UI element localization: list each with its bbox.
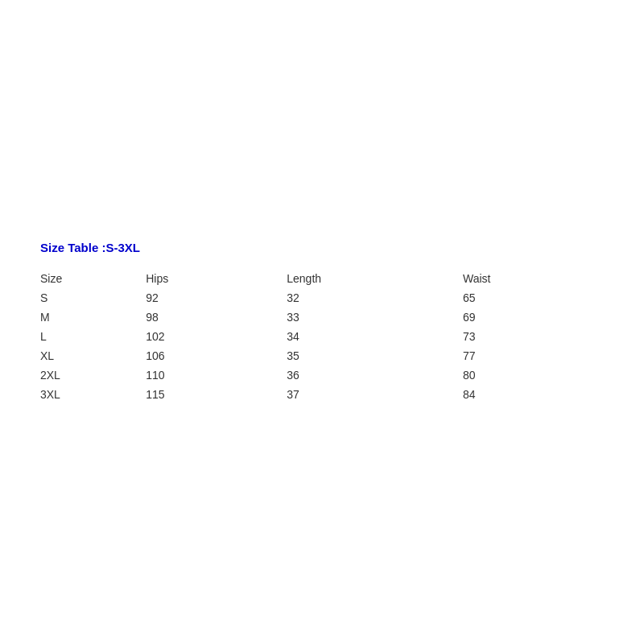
cell-waist-1: 69 — [463, 308, 604, 327]
cell-hips-0: 92 — [146, 288, 287, 308]
cell-hips-2: 102 — [146, 327, 287, 346]
cell-hips-4: 110 — [146, 365, 287, 385]
table-row: S923265 — [40, 288, 604, 308]
cell-length-5: 37 — [287, 385, 463, 404]
cell-length-3: 35 — [287, 346, 463, 365]
cell-size-3: XL — [40, 346, 146, 365]
cell-waist-4: 80 — [463, 365, 604, 385]
header-size: Size — [40, 269, 146, 288]
table-title: Size Table :S-3XL — [40, 241, 604, 254]
table-row: M983369 — [40, 308, 604, 327]
size-table: Size Hips Length Waist S923265M983369L10… — [40, 269, 604, 404]
page-container: Size Table :S-3XL Size Hips Length Waist… — [0, 0, 644, 644]
table-row: 2XL1103680 — [40, 365, 604, 385]
cell-length-0: 32 — [287, 288, 463, 308]
cell-hips-5: 115 — [146, 385, 287, 404]
cell-length-4: 36 — [287, 365, 463, 385]
cell-waist-5: 84 — [463, 385, 604, 404]
cell-length-2: 34 — [287, 327, 463, 346]
cell-hips-3: 106 — [146, 346, 287, 365]
table-row: 3XL1153784 — [40, 385, 604, 404]
cell-size-4: 2XL — [40, 365, 146, 385]
cell-size-2: L — [40, 327, 146, 346]
cell-waist-3: 77 — [463, 346, 604, 365]
header-length: Length — [287, 269, 463, 288]
table-header-row: Size Hips Length Waist — [40, 269, 604, 288]
cell-waist-0: 65 — [463, 288, 604, 308]
cell-size-5: 3XL — [40, 385, 146, 404]
cell-length-1: 33 — [287, 308, 463, 327]
table-row: L1023473 — [40, 327, 604, 346]
cell-hips-1: 98 — [146, 308, 287, 327]
cell-size-0: S — [40, 288, 146, 308]
cell-size-1: M — [40, 308, 146, 327]
cell-waist-2: 73 — [463, 327, 604, 346]
header-hips: Hips — [146, 269, 287, 288]
header-waist: Waist — [463, 269, 604, 288]
table-row: XL1063577 — [40, 346, 604, 365]
